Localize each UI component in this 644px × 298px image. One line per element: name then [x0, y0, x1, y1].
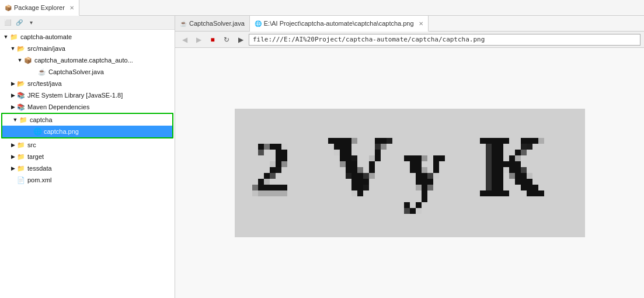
- arrow: ▶: [9, 103, 16, 110]
- arrow: ▶: [9, 165, 16, 172]
- tree-label: src/test/java: [27, 80, 62, 87]
- tree-item-target[interactable]: ▶ 📁 target: [0, 151, 175, 162]
- package-explorer-tab-close[interactable]: ✕: [69, 5, 74, 11]
- png-file-icon: 🌐: [33, 127, 42, 136]
- tree-item-pom[interactable]: 📄 pom.xml: [0, 174, 175, 186]
- arrow: [26, 128, 33, 135]
- tree-item-tessdata[interactable]: ▶ 📁 tessdata: [0, 162, 175, 174]
- right-tab-bar: ☕ CaptchaSolver.java 🌐 E:\AI Project\cap…: [175, 16, 644, 32]
- left-tab-bar: 📦 Package Explorer ✕: [0, 0, 644, 16]
- go-button[interactable]: ▶: [235, 34, 246, 46]
- jre-icon: 📚: [16, 91, 26, 100]
- captcha-folder-icon: 📁: [19, 115, 28, 124]
- arrow: ▶: [9, 80, 16, 87]
- captcha-image: [235, 109, 585, 237]
- tree-item-src[interactable]: ▶ 📁 src: [0, 139, 175, 151]
- tree-label: captcha: [30, 116, 53, 123]
- project-icon: 📁: [9, 32, 19, 41]
- collapse-all-button[interactable]: ⬜: [2, 18, 13, 28]
- src-icon: 📁: [16, 140, 26, 150]
- tree-label: pom.xml: [27, 176, 52, 183]
- src-test-icon: 📂: [16, 79, 26, 88]
- arrow: ▼: [12, 116, 19, 123]
- arrow: ▼: [16, 57, 23, 64]
- arrow: [9, 176, 16, 183]
- arrow: ▶: [9, 141, 16, 148]
- arrow: [30, 68, 37, 75]
- java-file-icon: ☕: [37, 67, 47, 77]
- link-editor-button[interactable]: 🔗: [14, 18, 25, 28]
- package-icon: 📦: [23, 56, 33, 65]
- java-tab-icon: ☕: [180, 20, 187, 27]
- back-button[interactable]: ◀: [179, 34, 190, 46]
- arrow: ▶: [9, 92, 16, 99]
- captchasolver-tab[interactable]: ☕ CaptchaSolver.java: [175, 16, 250, 31]
- tree-area: ▼ 📁 captcha-automate ▼ 📂 src/main/java ▼…: [0, 30, 175, 298]
- panel-toolbar: ⬜ 🔗 ▾: [0, 16, 175, 30]
- tree-item-package[interactable]: ▼ 📦 captcha_automate.captcha_auto...: [0, 54, 175, 66]
- tree-item-jre[interactable]: ▶ 📚 JRE System Library [JavaSE-1.8]: [0, 89, 175, 101]
- refresh-button[interactable]: ↻: [221, 34, 232, 46]
- target-icon: 📁: [16, 152, 26, 161]
- url-bar[interactable]: [249, 34, 640, 46]
- maven-icon: 📚: [16, 102, 26, 112]
- xml-icon: 📄: [16, 175, 26, 185]
- image-content: [175, 48, 644, 298]
- arrow: ▶: [9, 153, 16, 160]
- stop-button[interactable]: ■: [207, 34, 218, 46]
- arrow: ▼: [9, 45, 16, 52]
- left-panel: ⬜ 🔗 ▾ ▼ 📁 captcha-automate ▼ 📂 src/main/…: [0, 16, 175, 298]
- tree-label: captcha_automate.captcha_auto...: [34, 57, 133, 64]
- src-folder-icon: 📂: [16, 44, 26, 53]
- tree-item-root[interactable]: ▼ 📁 captcha-automate: [0, 31, 175, 43]
- view-menu-button[interactable]: ▾: [26, 18, 36, 28]
- tree-label: CaptchaSolver.java: [48, 68, 104, 75]
- tree-item-captcha-png[interactable]: 🌐 captcha.png: [2, 126, 172, 137]
- package-explorer-icon: 📦: [5, 5, 12, 11]
- package-explorer-tab-label: Package Explorer: [14, 4, 65, 11]
- captchasolver-tab-label: CaptchaSolver.java: [189, 20, 245, 27]
- tree-label: tessdata: [27, 165, 52, 172]
- tree-item-captchasolver[interactable]: ☕ CaptchaSolver.java: [0, 66, 175, 78]
- tree-label: JRE System Library [JavaSE-1.8]: [27, 92, 123, 99]
- captcha-folder-group: ▼ 📁 captcha 🌐 captcha.png: [1, 113, 173, 138]
- tree-label: src: [27, 141, 36, 148]
- tree-label: src/main/java: [27, 45, 65, 52]
- forward-button[interactable]: ▶: [193, 34, 204, 46]
- tree-label: target: [27, 153, 44, 160]
- main-area: ⬜ 🔗 ▾ ▼ 📁 captcha-automate ▼ 📂 src/main/…: [0, 16, 644, 298]
- tree-label: captcha-automate: [20, 33, 72, 40]
- tree-label: captcha.png: [44, 128, 79, 135]
- tree-item-maven[interactable]: ▶ 📚 Maven Dependencies: [0, 101, 175, 113]
- captcha-png-tab-label: E:\AI Project\captcha-automate\captcha\c…: [264, 20, 414, 27]
- tree-item-src-test[interactable]: ▶ 📂 src/test/java: [0, 78, 175, 89]
- tree-item-captcha-folder[interactable]: ▼ 📁 captcha: [2, 114, 172, 126]
- package-explorer-tab[interactable]: 📦 Package Explorer ✕: [0, 0, 79, 16]
- tessdata-icon: 📁: [16, 164, 26, 173]
- png-tab-icon: 🌐: [255, 20, 262, 27]
- tree-item-src-main[interactable]: ▼ 📂 src/main/java: [0, 43, 175, 54]
- arrow: ▼: [2, 33, 9, 40]
- tree-label: Maven Dependencies: [27, 103, 89, 110]
- image-toolbar: ◀ ▶ ■ ↻ ▶: [175, 32, 644, 48]
- captcha-png-tab-close[interactable]: ✕: [419, 20, 423, 27]
- captcha-png-tab[interactable]: 🌐 E:\AI Project\captcha-automate\captcha…: [250, 16, 429, 32]
- right-panel: ☕ CaptchaSolver.java 🌐 E:\AI Project\cap…: [175, 16, 644, 298]
